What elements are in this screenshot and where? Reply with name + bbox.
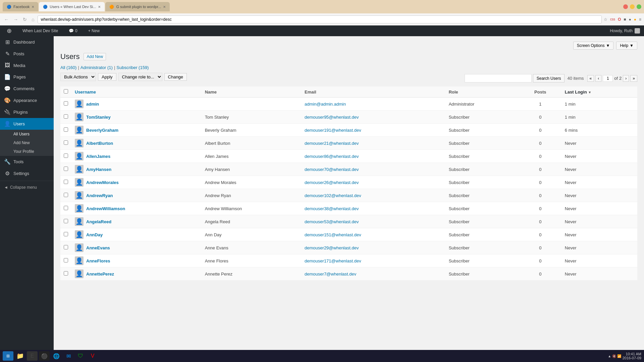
submenu-add-new[interactable]: Add New	[0, 138, 54, 147]
search-users-btn[interactable]: Search Users	[533, 74, 565, 82]
email-link[interactable]: demouser29@whenlast.dev	[305, 245, 359, 250]
username-link[interactable]: AmyHansen	[86, 167, 111, 172]
sidebar-item-posts[interactable]: ✎ Posts	[0, 48, 54, 60]
browser-maximize-btn[interactable]	[637, 4, 641, 9]
username-link[interactable]: AnnettePerez	[86, 272, 114, 277]
facebook-tab-close[interactable]: ✕	[32, 5, 34, 9]
browser-tab-facebook[interactable]: 🔵 Facebook ✕	[3, 2, 38, 11]
star-icon[interactable]: ☆	[604, 17, 607, 22]
last-page-btn[interactable]: »	[630, 75, 637, 82]
back-btn[interactable]: ←	[3, 16, 10, 23]
email-link[interactable]: demouser7@whenlast.dev	[305, 272, 356, 277]
email-link[interactable]: demouser26@whenlast.dev	[305, 180, 359, 185]
prev-page-btn[interactable]: ‹	[595, 75, 601, 82]
submenu-your-profile[interactable]: Your Profile	[0, 147, 54, 156]
row-checkbox[interactable]	[64, 206, 68, 210]
new-content-item[interactable]: + New	[86, 25, 102, 36]
screen-options-btn[interactable]: Screen Options ▼	[573, 42, 614, 50]
sidebar-item-pages[interactable]: 📄 Pages	[0, 71, 54, 83]
submenu-all-users[interactable]: All Users	[0, 130, 54, 138]
name-col-header: Name	[202, 86, 301, 98]
sidebar-item-appearance[interactable]: 🎨 Appearance	[0, 95, 54, 106]
username-link[interactable]: AnnDay	[86, 232, 103, 237]
sidebar-item-plugins[interactable]: 🔌 Plugins	[0, 106, 54, 118]
email-link[interactable]: demouser171@whenlast.dev	[305, 258, 361, 263]
row-checkbox[interactable]	[64, 167, 68, 171]
email-link[interactable]: demouser102@whenlast.dev	[305, 193, 361, 198]
row-checkbox[interactable]	[64, 114, 68, 119]
sidebar-item-settings[interactable]: ⚙ Settings	[0, 168, 54, 179]
google-tab-close[interactable]: ✕	[163, 5, 166, 9]
row-checkbox[interactable]	[64, 101, 68, 106]
sidebar-item-users[interactable]: 👤 Users	[0, 118, 54, 130]
filter-subscriber[interactable]: Subscriber (159)	[116, 65, 149, 70]
username-link[interactable]: AndrewRyan	[86, 193, 113, 198]
forward-btn[interactable]: →	[12, 16, 19, 23]
browser-tab-users[interactable]: 🔵 Users « When Last Dev Si... ✕	[39, 2, 105, 11]
address-bar-input[interactable]	[38, 15, 601, 23]
wp-logo-item[interactable]: ⊕	[4, 25, 14, 36]
wp-admin-bar: ⊕ When Last Dev Site 💬 0 + New Howdy, Ru…	[0, 25, 644, 36]
row-name-cell	[202, 98, 301, 111]
filter-all[interactable]: All (160)	[60, 65, 76, 70]
username-link[interactable]: AndrewWilliamson	[86, 206, 125, 211]
email-link[interactable]: demouser21@whenlast.dev	[305, 141, 359, 146]
row-checkbox[interactable]	[64, 180, 68, 184]
apply-btn[interactable]: Apply	[98, 73, 116, 81]
menu-icon[interactable]: ≡	[639, 17, 641, 22]
help-btn[interactable]: Help ▼	[616, 42, 637, 50]
username-link[interactable]: AngelaReed	[86, 219, 111, 224]
filter-administrator[interactable]: Administrator (1)	[80, 65, 113, 70]
site-name-item[interactable]: When Last Dev Site	[20, 25, 61, 36]
row-checkbox[interactable]	[64, 258, 68, 262]
row-checkbox[interactable]	[64, 245, 68, 249]
username-link[interactable]: AndrewMorales	[86, 180, 119, 185]
email-link[interactable]: demouser151@whenlast.dev	[305, 232, 361, 237]
refresh-btn[interactable]: ↻	[21, 16, 28, 23]
row-checkbox[interactable]	[64, 127, 68, 132]
row-checkbox[interactable]	[64, 271, 68, 276]
change-role-select[interactable]: Change role to...	[118, 73, 162, 81]
browser-tab-google[interactable]: 🟠 G submit plugin to wordpr... ✕	[105, 2, 170, 11]
username-link[interactable]: admin	[86, 102, 99, 107]
email-link[interactable]: demouser70@whenlast.dev	[305, 167, 359, 172]
username-link[interactable]: AlbertBurton	[86, 141, 113, 146]
page-number-input[interactable]	[603, 75, 613, 82]
username-link[interactable]: AnneEvans	[86, 245, 110, 250]
sidebar-item-media[interactable]: 🖼 Media	[0, 60, 54, 71]
email-link[interactable]: admin@admin.admin	[305, 102, 346, 107]
username-link[interactable]: AnneFlores	[86, 258, 110, 263]
email-link[interactable]: demouser95@whenlast.dev	[305, 115, 359, 120]
email-link[interactable]: demouser86@whenlast.dev	[305, 154, 359, 159]
row-checkbox[interactable]	[64, 219, 68, 223]
comments-item[interactable]: 💬 0	[66, 25, 80, 36]
change-btn[interactable]: Change	[164, 73, 187, 81]
email-link[interactable]: demouser191@whenlast.dev	[305, 128, 361, 133]
email-link[interactable]: demouser38@whenlast.dev	[305, 206, 359, 211]
username-link[interactable]: TomStanley	[86, 115, 111, 120]
row-checkbox[interactable]	[64, 154, 68, 158]
search-input[interactable]	[465, 74, 532, 82]
sidebar-item-tools[interactable]: 🔧 Tools	[0, 156, 54, 168]
browser-close-btn[interactable]	[623, 4, 628, 9]
home-btn[interactable]: ⌂	[30, 16, 36, 23]
first-page-btn[interactable]: «	[587, 75, 594, 82]
sidebar-item-dashboard[interactable]: ⊞ Dashboard	[0, 36, 54, 48]
username-col-header[interactable]: Username	[71, 86, 202, 98]
username-link[interactable]: AllenJames	[86, 154, 110, 159]
row-checkbox[interactable]	[64, 232, 68, 236]
add-new-btn[interactable]: Add New	[84, 53, 106, 60]
row-checkbox[interactable]	[64, 140, 68, 145]
username-link[interactable]: BeverlyGraham	[86, 128, 118, 133]
select-all-checkbox[interactable]	[64, 89, 68, 94]
users-tab-close[interactable]: ✕	[98, 5, 101, 9]
browser-minimize-btn[interactable]	[630, 4, 635, 9]
next-page-btn[interactable]: ›	[623, 75, 629, 82]
email-link[interactable]: demouser53@whenlast.dev	[305, 219, 359, 224]
collapse-menu-item[interactable]: ◄ Collapse menu	[0, 182, 54, 192]
row-checkbox[interactable]	[64, 193, 68, 197]
howdy-item[interactable]: Howdy, Ruth	[610, 28, 640, 34]
sidebar-item-comments[interactable]: 💬 Comments	[0, 83, 54, 95]
bulk-actions-select[interactable]: Bulk Actions	[60, 73, 96, 81]
last-login-col-header[interactable]: Last Login ▼	[561, 86, 637, 98]
